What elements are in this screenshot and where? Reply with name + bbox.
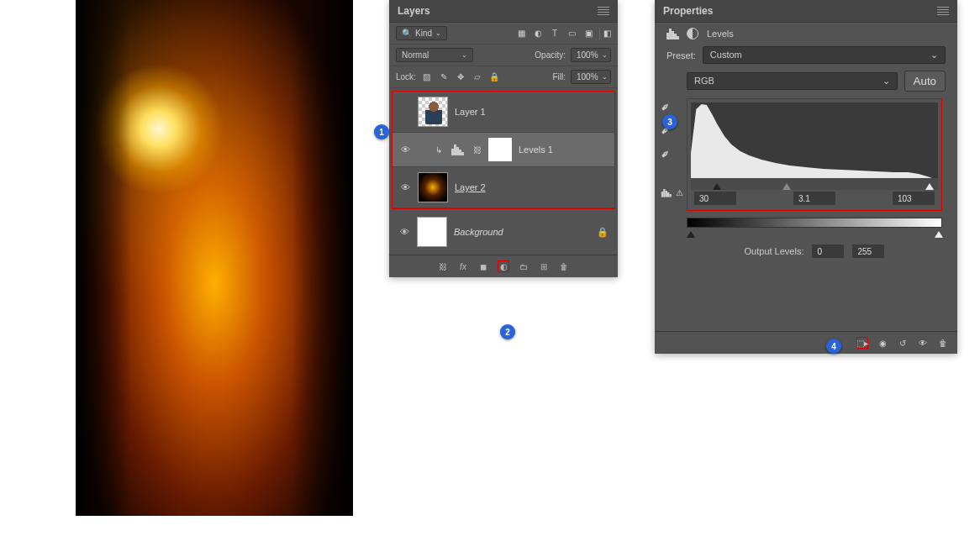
mask-thumbnail[interactable] xyxy=(488,138,512,161)
lock-artboard-icon[interactable]: ▱ xyxy=(472,71,483,83)
callout-badge-4: 4 xyxy=(826,339,841,354)
properties-body: Levels Preset: Custom ⌄ RGB ⌄ Auto ✒ ✒ ✒… xyxy=(655,23,957,263)
shadow-input[interactable] xyxy=(694,192,736,205)
preset-select[interactable]: Custom ⌄ xyxy=(703,46,946,64)
filter-smart-icon[interactable]: ▣ xyxy=(582,28,594,39)
search-icon: 🔍 xyxy=(402,29,412,38)
layer-fx-icon[interactable]: fx xyxy=(457,260,469,272)
output-black-handle[interactable] xyxy=(687,231,695,238)
layer-list-highlighted: Layer 1 👁 ↳ ⛓ Levels 1 👁 Layer 2 xyxy=(392,91,615,209)
input-values-row xyxy=(691,190,938,207)
white-point-eyedropper-icon[interactable]: ✒ xyxy=(657,144,677,163)
lock-all-icon[interactable]: 🔒 xyxy=(488,71,500,83)
link-layers-icon[interactable]: ⛓ xyxy=(437,260,449,272)
filter-shape-icon[interactable]: ▭ xyxy=(566,28,577,39)
blend-mode-value: Normal xyxy=(402,50,429,60)
black-point-eyedropper-icon[interactable]: ✒ xyxy=(657,97,677,116)
layer-name[interactable]: Levels 1 xyxy=(519,145,553,155)
output-high-input[interactable] xyxy=(852,244,884,258)
preset-row: Preset: Custom ⌄ xyxy=(667,46,946,64)
delete-layer-icon[interactable]: 🗑 xyxy=(558,260,570,272)
filter-kind-select[interactable]: 🔍 Kind ⌄ xyxy=(396,26,447,40)
output-slider-track[interactable] xyxy=(687,226,942,238)
blend-row: Normal ⌄ Opacity: 100% ⌄ xyxy=(389,45,618,66)
reset-icon[interactable]: ↺ xyxy=(897,337,909,349)
layers-panel-title: Layers xyxy=(398,5,430,17)
layer-row-selected[interactable]: 👁 ↳ ⛓ Levels 1 xyxy=(393,133,614,167)
input-slider-track[interactable] xyxy=(691,178,938,190)
visibility-toggle[interactable]: 👁 xyxy=(398,227,410,237)
visibility-toggle[interactable]: 👁 xyxy=(399,182,411,192)
new-layer-icon[interactable]: ⊞ xyxy=(538,260,550,272)
clip-to-layer-icon[interactable]: ⬚▸ xyxy=(856,337,868,349)
toggle-visibility-icon[interactable]: 👁 xyxy=(917,337,929,349)
mask-link-icon[interactable]: ⛓ xyxy=(473,145,482,155)
mask-mode-icon[interactable] xyxy=(687,28,698,39)
levels-histogram-group xyxy=(687,98,942,211)
midtone-slider-handle[interactable] xyxy=(782,183,791,190)
output-low-input[interactable] xyxy=(812,244,844,258)
opacity-label: Opacity: xyxy=(535,50,566,60)
levels-histogram[interactable] xyxy=(691,102,938,180)
callout-badge-1: 1 xyxy=(374,124,389,139)
layer-name[interactable]: Background xyxy=(454,227,503,237)
chevron-down-icon: ⌄ xyxy=(883,76,890,87)
highlight-input[interactable] xyxy=(893,192,935,205)
lock-row: Lock: ▨ ✎ ✥ ▱ 🔒 Fill: 100% ⌄ xyxy=(389,66,618,88)
chevron-down-icon: ⌄ xyxy=(461,51,467,59)
delete-adjustment-icon[interactable]: 🗑 xyxy=(937,337,949,349)
clip-warning-icon[interactable]: ⚠ xyxy=(660,187,683,198)
layer-name[interactable]: Layer 1 xyxy=(455,107,486,117)
layer-thumbnail[interactable] xyxy=(418,172,448,202)
midtone-input[interactable] xyxy=(793,192,835,205)
adjustment-icon-row: Levels xyxy=(667,28,946,39)
adjustment-name: Levels xyxy=(707,29,734,39)
layer-row-background[interactable]: 👁 Background 🔒 xyxy=(392,212,615,252)
auto-button[interactable]: Auto xyxy=(904,71,946,92)
fill-label: Fill: xyxy=(552,72,566,81)
layer-thumbnail[interactable] xyxy=(417,217,447,247)
chevron-down-icon: ⌄ xyxy=(602,51,608,59)
callout-badge-3: 3 xyxy=(662,114,677,129)
opacity-input[interactable]: 100% ⌄ xyxy=(571,48,611,62)
output-values-row: Output Levels: xyxy=(687,244,942,258)
panel-menu-icon[interactable] xyxy=(937,7,949,15)
fill-value: 100% xyxy=(577,72,598,81)
fill-input[interactable]: 100% ⌄ xyxy=(571,70,611,84)
lock-transparency-icon[interactable]: ▨ xyxy=(421,71,433,83)
new-adjustment-layer-icon[interactable]: ◐ xyxy=(498,260,509,272)
lock-position-icon[interactable]: ✥ xyxy=(455,71,466,83)
filter-adjustment-icon[interactable]: ◐ xyxy=(532,28,544,39)
filter-toggle-icon[interactable]: ◧ xyxy=(599,28,611,39)
blend-mode-select[interactable]: Normal ⌄ xyxy=(396,48,473,62)
view-previous-icon[interactable]: ◉ xyxy=(877,337,888,349)
filter-type-icon[interactable]: T xyxy=(549,28,561,39)
chevron-down-icon: ⌄ xyxy=(930,50,938,60)
document-canvas[interactable] xyxy=(76,0,353,516)
new-group-icon[interactable]: 🗀 xyxy=(518,260,530,272)
properties-panel-header: Properties xyxy=(655,0,957,23)
highlight-slider-handle[interactable] xyxy=(925,183,934,190)
chevron-down-icon: ⌄ xyxy=(602,73,608,81)
lock-brush-icon[interactable]: ✎ xyxy=(438,71,450,83)
layer-row[interactable]: 👁 Layer 2 xyxy=(393,167,614,208)
filter-pixel-icon[interactable]: ▦ xyxy=(515,28,527,39)
channel-value: RGB xyxy=(694,76,714,87)
layer-filter-row: 🔍 Kind ⌄ ▦ ◐ T ▭ ▣ ◧ xyxy=(389,23,618,45)
properties-panel-title: Properties xyxy=(663,5,713,17)
layer-thumbnail[interactable] xyxy=(418,97,448,127)
filter-kind-label: Kind xyxy=(415,29,432,38)
output-white-handle[interactable] xyxy=(935,231,943,238)
add-mask-icon[interactable]: ◼ xyxy=(477,260,489,272)
visibility-toggle[interactable]: 👁 xyxy=(399,145,411,155)
shadow-slider-handle[interactable] xyxy=(713,183,721,190)
lock-label: Lock: xyxy=(396,72,416,81)
layers-panel: Layers 🔍 Kind ⌄ ▦ ◐ T ▭ ▣ ◧ Normal ⌄ Opa… xyxy=(389,0,618,277)
lock-icon[interactable]: 🔒 xyxy=(597,227,609,238)
layer-row[interactable]: Layer 1 xyxy=(393,92,614,133)
panel-menu-icon[interactable] xyxy=(598,7,609,15)
channel-select[interactable]: RGB ⌄ xyxy=(687,72,898,90)
layer-name[interactable]: Layer 2 xyxy=(455,182,486,192)
clip-indicator-icon: ↳ xyxy=(433,144,445,155)
layers-panel-footer: ⛓ fx ◼ ◐ 🗀 ⊞ 🗑 xyxy=(389,255,618,277)
